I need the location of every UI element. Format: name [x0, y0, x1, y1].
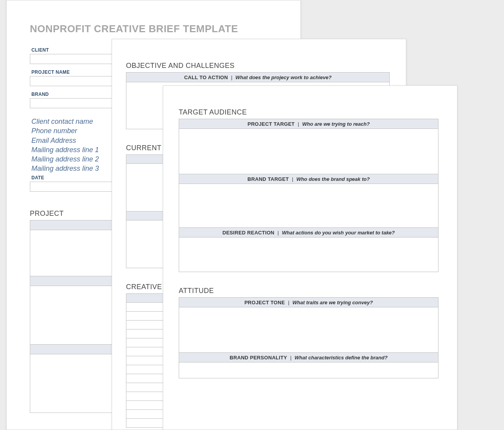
row-project-target-header: PROJECT TARGET | Who are we trying to re… — [179, 119, 438, 129]
project-tone-q: What traits are we trying convey? — [292, 300, 373, 305]
label-project-name: PROJECT NAME — [31, 69, 119, 75]
section-objective: OBJECTIVE AND CHALLENGES — [126, 62, 392, 70]
project-table-body-2[interactable] — [30, 286, 119, 345]
doc-title: NONPROFIT CREATIVE BRIEF TEMPLATE — [30, 23, 285, 35]
project-target-q: Who are we trying to reach? — [302, 121, 370, 127]
row-brand-target-header: BRAND TARGET | Who does the brand speak … — [179, 174, 438, 184]
project-table — [30, 220, 119, 413]
separator: | — [231, 75, 232, 80]
row-cta-header: CALL TO ACTION | What does the projecy w… — [126, 72, 390, 82]
section-attitude: ATTITUDE — [179, 287, 438, 295]
project-table-body-1[interactable] — [30, 230, 119, 276]
project-tone-body[interactable] — [179, 307, 438, 353]
desired-reaction-q: What actions do you wish your market to … — [282, 230, 395, 236]
desired-reaction-label: DESIRED REACTION — [223, 230, 274, 236]
separator: | — [298, 121, 299, 127]
row-brand-personality-header: BRAND PERSONALITY | What characteristics… — [179, 353, 438, 362]
project-tone-label: PROJECT TONE — [244, 300, 285, 305]
row-desired-reaction-header: DESIRED REACTION | What actions do you w… — [179, 228, 438, 238]
project-table-header-3 — [30, 345, 119, 354]
brand-personality-q: What characteristics define the brand? — [295, 355, 388, 361]
input-date[interactable] — [30, 182, 120, 192]
target-audience-table: PROJECT TARGET | Who are we trying to re… — [179, 119, 438, 272]
brand-personality-body[interactable] — [179, 362, 438, 378]
attitude-table: PROJECT TONE | What traits are we trying… — [179, 297, 438, 378]
separator: | — [278, 230, 279, 236]
separator: | — [288, 300, 289, 305]
brand-target-label: BRAND TARGET — [247, 176, 289, 182]
cta-label: CALL TO ACTION — [184, 75, 228, 80]
form-top-fields: CLIENT PROJECT NAME BRAND — [30, 47, 119, 108]
project-table-header — [30, 220, 119, 230]
label-client: CLIENT — [31, 47, 119, 53]
separator: | — [290, 355, 291, 361]
template-page-3: TARGET AUDIENCE PROJECT TARGET | Who are… — [163, 85, 457, 430]
desired-reaction-body[interactable] — [179, 238, 438, 272]
cta-question: What does the projecy work to achieve? — [235, 75, 331, 80]
label-brand: BRAND — [31, 92, 119, 97]
brand-target-q: Who does the brand speak to? — [296, 176, 369, 182]
brand-personality-label: BRAND PERSONALITY — [230, 355, 287, 361]
separator: | — [292, 176, 293, 182]
input-project-name[interactable] — [30, 76, 119, 86]
project-target-label: PROJECT TARGET — [247, 121, 295, 127]
input-client[interactable] — [30, 54, 119, 64]
brand-target-body[interactable] — [179, 184, 438, 228]
project-table-header-2 — [30, 276, 119, 286]
input-brand[interactable] — [30, 98, 119, 108]
project-target-body[interactable] — [179, 129, 438, 174]
section-target-audience: TARGET AUDIENCE — [179, 108, 438, 116]
row-project-tone-header: PROJECT TONE | What traits are we trying… — [179, 297, 438, 307]
project-table-body-3[interactable] — [30, 354, 119, 413]
